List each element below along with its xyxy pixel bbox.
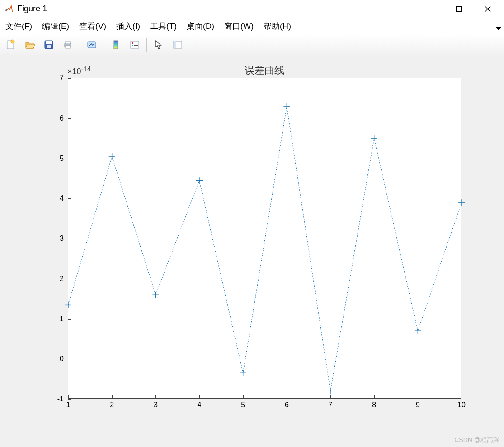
matlab-app-icon	[5, 5, 14, 14]
svg-rect-20	[174, 41, 176, 48]
save-button[interactable]	[40, 36, 58, 53]
titlebar: Figure 1	[0, 0, 504, 18]
window-controls	[415, 0, 502, 18]
y-tick-label: 6	[60, 114, 68, 122]
x-tick-label: 3	[154, 398, 158, 409]
menu-desktop[interactable]: 桌面(D)	[185, 19, 216, 33]
plot-svg	[68, 78, 461, 398]
x-tick-label: 10	[457, 398, 466, 409]
print-button[interactable]	[59, 36, 77, 53]
y-tick-label: 5	[60, 155, 68, 163]
watermark: CSDN @程高兴	[454, 436, 499, 444]
minimize-button[interactable]	[415, 0, 444, 18]
toolbar-separator	[80, 38, 80, 52]
menu-file[interactable]: 文件(F)	[4, 19, 34, 33]
y-tick-label: 4	[60, 194, 68, 202]
menu-edit[interactable]: 编辑(E)	[40, 19, 71, 33]
menu-window[interactable]: 窗口(W)	[222, 19, 255, 33]
svg-rect-11	[66, 46, 70, 48]
menu-tools[interactable]: 工具(T)	[148, 19, 179, 33]
y-exp-sup: -14	[81, 65, 91, 72]
svg-rect-1	[457, 6, 462, 11]
toolbar-separator	[146, 38, 147, 52]
y-tick-label: 7	[60, 74, 68, 82]
y-axis-exponent: ×10-14	[67, 65, 91, 76]
x-tick-label: 9	[416, 398, 420, 409]
x-tick-label: 1	[66, 398, 71, 409]
figure-canvas[interactable]: 误差曲线 ×10-14 -10123456712345678910 CSDN @…	[0, 55, 504, 447]
toolbar	[0, 34, 504, 55]
x-tick-label: 8	[372, 398, 376, 409]
x-tick-label: 5	[241, 398, 245, 409]
x-tick-label: 2	[110, 398, 114, 409]
y-tick-label: 1	[60, 315, 68, 323]
new-figure-button[interactable]	[2, 36, 20, 53]
maximize-button[interactable]	[444, 0, 473, 18]
chart-title: 误差曲线	[68, 64, 461, 77]
svg-rect-7	[46, 41, 52, 44]
y-tick-label: 3	[60, 235, 68, 243]
x-tick-label: 4	[198, 398, 202, 409]
open-button[interactable]	[21, 36, 39, 53]
y-tick-label: 2	[60, 275, 68, 283]
y-tick-label: 0	[60, 355, 68, 363]
svg-rect-10	[66, 41, 70, 44]
y-exp-base: ×10	[67, 67, 81, 76]
menubar: 文件(F) 编辑(E) 查看(V) 插入(I) 工具(T) 桌面(D) 窗口(W…	[0, 18, 504, 34]
menu-overflow-icon[interactable]	[496, 23, 501, 32]
svg-rect-16	[132, 45, 133, 46]
axes[interactable]: 误差曲线 ×10-14 -10123456712345678910	[68, 78, 461, 399]
colorbar-button[interactable]	[107, 36, 125, 53]
svg-point-5	[11, 40, 14, 43]
menu-view[interactable]: 查看(V)	[77, 19, 108, 33]
x-tick-label: 6	[285, 398, 289, 409]
svg-rect-15	[132, 42, 133, 44]
svg-rect-13	[114, 41, 118, 49]
legend-button[interactable]	[126, 36, 144, 53]
edit-plot-button[interactable]	[150, 36, 168, 53]
toolbar-separator	[104, 38, 104, 52]
svg-rect-8	[47, 45, 51, 48]
data-cursor-button[interactable]	[169, 36, 187, 53]
window-title: Figure 1	[17, 4, 47, 14]
menu-insert[interactable]: 插入(I)	[114, 19, 142, 33]
link-button[interactable]	[83, 36, 101, 53]
close-button[interactable]	[473, 0, 502, 18]
x-tick-label: 7	[329, 398, 333, 409]
menu-help[interactable]: 帮助(H)	[262, 19, 293, 33]
